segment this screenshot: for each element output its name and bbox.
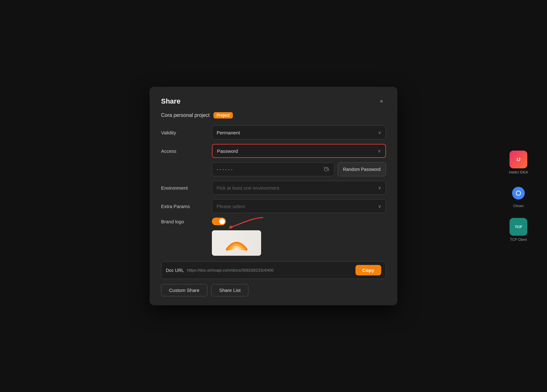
doc-url-label: Doc URL xyxy=(166,268,184,273)
access-row: Access Password ∨ xyxy=(161,144,386,158)
environment-label: Environment xyxy=(161,185,212,191)
share-modal: Share × Cora personal project Project Va… xyxy=(150,87,397,305)
access-label: Access xyxy=(161,148,212,154)
environment-row: Environment Pick at least one environmen… xyxy=(161,181,386,195)
doc-url-row: Doc URL https://doc.echoapi.com/docs/308… xyxy=(161,261,386,279)
toggle-thumb xyxy=(219,219,225,224)
bottom-buttons: Custom Share Share List xyxy=(161,284,386,296)
brand-logo-toggle[interactable] xyxy=(212,218,226,225)
share-list-button[interactable]: Share List xyxy=(211,284,249,296)
access-dropdown[interactable]: Password ∨ xyxy=(212,144,386,158)
password-dots: ······ xyxy=(217,166,234,173)
environment-dropdown[interactable]: Pick at least one environment. ∨ xyxy=(212,181,386,195)
validity-row: Validity Permanent ∨ xyxy=(161,125,386,139)
project-row: Cora personal project Project xyxy=(161,112,386,118)
project-name: Cora personal project xyxy=(161,112,210,118)
brand-logo-label: Brand logo xyxy=(161,219,212,224)
project-badge: Project xyxy=(213,112,233,118)
svg-marker-3 xyxy=(229,225,233,229)
environment-placeholder: Pick at least one environment. xyxy=(217,185,280,191)
copy-button[interactable]: Copy xyxy=(355,265,382,275)
password-field: ······ xyxy=(212,162,334,176)
validity-label: Validity xyxy=(161,130,212,135)
validity-value: Permanent xyxy=(217,130,240,135)
extra-params-placeholder: Please select xyxy=(217,204,245,209)
eye-off-icon[interactable] xyxy=(323,166,330,172)
brand-logo-row: Brand logo xyxy=(161,218,386,225)
extra-params-row: Extra Params Please select ∨ xyxy=(161,199,386,213)
brand-logo-preview xyxy=(212,230,261,256)
doc-url-value: https://doc.echoapi.com/docs/3082d9233c6… xyxy=(187,268,352,273)
close-button[interactable]: × xyxy=(377,97,386,106)
modal-overlay: Share × Cora personal project Project Va… xyxy=(0,0,547,392)
custom-share-button[interactable]: Custom Share xyxy=(161,284,207,296)
environment-chevron-icon: ∨ xyxy=(378,185,381,190)
access-value: Password xyxy=(217,148,238,154)
brand-logo-image xyxy=(224,233,249,253)
access-chevron-icon: ∨ xyxy=(378,148,381,153)
validity-dropdown[interactable]: Permanent ∨ xyxy=(212,125,386,139)
extra-params-chevron-icon: ∨ xyxy=(378,204,381,209)
modal-title: Share xyxy=(161,97,180,105)
extra-params-label: Extra Params xyxy=(161,204,212,209)
extra-params-dropdown[interactable]: Please select ∨ xyxy=(212,199,386,213)
random-password-button[interactable]: Random Password xyxy=(338,162,386,176)
password-row: ······ Random Password xyxy=(212,162,386,176)
modal-header: Share × xyxy=(161,97,386,106)
validity-chevron-icon: ∨ xyxy=(378,130,381,135)
